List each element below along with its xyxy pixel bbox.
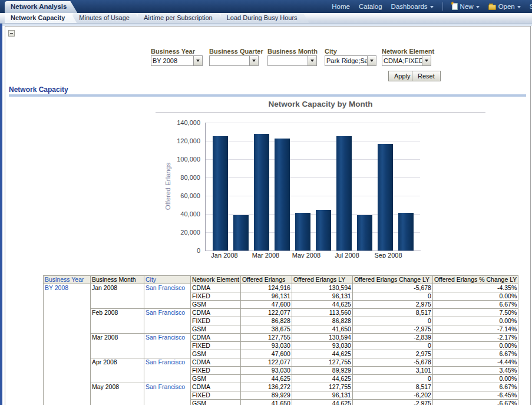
- dropdown-arrow-icon[interactable]: [367, 56, 376, 65]
- y-axis-tick-label: 40,000: [159, 210, 200, 218]
- chart-bar[interactable]: [213, 136, 228, 251]
- business-year-select[interactable]: BY 2008: [151, 55, 203, 66]
- chart-bar[interactable]: [295, 213, 310, 251]
- filter-label-network-element: Network Element: [382, 48, 434, 55]
- section-title: Network Capacity: [9, 85, 68, 94]
- cell-city[interactable]: San Francisco: [144, 383, 191, 405]
- chart-bar[interactable]: [233, 215, 249, 251]
- dropdown-arrow-icon[interactable]: [249, 56, 258, 65]
- results-table-wrap: Business YearBusiness MonthCityNetwork E…: [43, 275, 518, 405]
- cell-offered-erlangs-pct-change-ly: -6.67%: [432, 400, 518, 405]
- chart-bar[interactable]: [275, 139, 290, 251]
- tab-airtime-per-subscription[interactable]: Airtime per Subscription: [138, 13, 224, 23]
- nav-open[interactable]: Open: [488, 3, 521, 10]
- cell-offered-erlangs-change-ly: 2,975: [352, 350, 432, 358]
- tab-load-during-busy-hours[interactable]: Load During Busy Hours: [221, 13, 309, 23]
- cell-network-element: GSM: [191, 400, 241, 405]
- city-select[interactable]: Park Ridge;San: [325, 55, 376, 66]
- page-tab-bar: Network Capacity Minutes of Usage Airtim…: [0, 13, 532, 24]
- cell-offered-erlangs-pct-change-ly: -7.14%: [432, 325, 518, 334]
- cell-offered-erlangs-pct-change-ly: -6.45%: [432, 391, 518, 400]
- cell-offered-erlangs-change-ly: 0: [352, 317, 432, 325]
- dashboard-tab-network-analysis[interactable]: Network Analysis: [5, 1, 77, 13]
- table-row: Feb 2008San FranciscoCDMA122,077113,5608…: [44, 309, 518, 317]
- reset-button[interactable]: Reset: [412, 71, 441, 81]
- city-value: Park Ridge;San: [325, 57, 367, 64]
- nav-signed-in[interactable]: Si: [530, 3, 532, 10]
- cell-city[interactable]: San Francisco: [144, 309, 191, 334]
- nav-dashboards[interactable]: Dashboards: [391, 3, 434, 10]
- cell-business-month: Mar 2008: [91, 334, 144, 358]
- nav-catalog[interactable]: Catalog: [359, 3, 382, 10]
- nav-home[interactable]: Home: [332, 3, 350, 10]
- cell-offered-erlangs-pct-change-ly: 6.67%: [432, 383, 518, 391]
- cell-offered-erlangs: 124,916: [240, 284, 292, 292]
- gridline: [206, 141, 420, 141]
- dropdown-arrow-icon[interactable]: [308, 56, 316, 65]
- cell-offered-erlangs-pct-change-ly: -2.17%: [432, 334, 518, 342]
- cell-network-element: FIXED: [191, 367, 241, 375]
- tab-network-capacity[interactable]: Network Capacity: [5, 13, 77, 23]
- gridline: [206, 123, 420, 123]
- dropdown-arrow-icon[interactable]: [422, 56, 431, 65]
- cell-offered-erlangs-change-ly: 0: [352, 375, 432, 383]
- cell-offered-erlangs-change-ly: 0: [352, 292, 432, 301]
- network-element-select[interactable]: CDMA;FIXED;G: [382, 55, 431, 66]
- nav-new[interactable]: New: [452, 3, 480, 10]
- column-header: Offered Erlangs Change LY: [352, 276, 432, 284]
- y-axis-tick-label: 0: [159, 247, 200, 254]
- table-row: BY 2008Jan 2008San FranciscoCDMA124,9161…: [44, 284, 518, 292]
- cell-offered-erlangs-pct-change-ly: -4.35%: [432, 284, 518, 292]
- x-axis-tick-label: Mar 2008: [248, 252, 283, 258]
- chart-bar[interactable]: [316, 210, 331, 251]
- y-axis-line: [205, 123, 206, 251]
- dashboard-title: Network Analysis: [11, 3, 67, 10]
- cell-offered-erlangs-change-ly: -2,839: [352, 334, 432, 342]
- column-header[interactable]: Business Year: [44, 276, 91, 284]
- chart-bar[interactable]: [398, 213, 414, 251]
- y-axis-tick-label: 60,000: [159, 192, 200, 199]
- cell-business-year[interactable]: BY 2008: [44, 284, 91, 405]
- cell-network-element: CDMA: [191, 334, 241, 342]
- cell-network-element: GSM: [191, 325, 241, 334]
- cell-city[interactable]: San Francisco: [144, 334, 191, 358]
- cell-city[interactable]: San Francisco: [144, 284, 191, 309]
- chart-bar[interactable]: [336, 136, 352, 251]
- left-accent-strip: [0, 24, 2, 405]
- caret-down-icon: [517, 6, 521, 8]
- cell-offered-erlangs-ly: 44,625: [292, 350, 352, 358]
- filter-label-city: City: [325, 48, 337, 55]
- filter-label-business-quarter: Business Quarter: [209, 48, 263, 55]
- x-axis-tick-label: Jan 2008: [207, 252, 242, 258]
- nav-open-label: Open: [498, 3, 515, 10]
- cell-offered-erlangs-ly: 44,625: [292, 400, 352, 405]
- cell-offered-erlangs-pct-change-ly: 7.50%: [432, 309, 518, 317]
- column-header: Offered Erlangs % Change LY: [432, 276, 518, 284]
- tab-minutes-of-usage[interactable]: Minutes of Usage: [73, 13, 141, 23]
- table-row: Apr 2008San FranciscoCDMA122,077127,755-…: [44, 358, 518, 367]
- cell-offered-erlangs-pct-change-ly: 3.45%: [432, 367, 518, 375]
- dropdown-arrow-icon[interactable]: [193, 56, 202, 65]
- cell-offered-erlangs-pct-change-ly: 0.00%: [432, 317, 518, 325]
- cell-offered-erlangs: 89,929: [240, 391, 292, 400]
- cell-offered-erlangs-ly: 86,828: [292, 317, 352, 325]
- cell-offered-erlangs-ly: 41,650: [292, 325, 352, 334]
- chart-bar[interactable]: [254, 134, 269, 251]
- collapse-icon[interactable]: [8, 30, 15, 37]
- business-month-select[interactable]: [267, 55, 317, 66]
- table-row: Mar 2008San FranciscoCDMA127,755130,594-…: [44, 334, 518, 342]
- chart-bar[interactable]: [378, 144, 393, 251]
- cell-offered-erlangs-pct-change-ly: -4.44%: [432, 358, 518, 367]
- cell-network-element: CDMA: [191, 284, 241, 292]
- chart-bar[interactable]: [357, 215, 372, 251]
- cell-offered-erlangs: 93,030: [240, 342, 292, 350]
- cell-city[interactable]: San Francisco: [144, 358, 191, 383]
- column-header[interactable]: City: [144, 276, 191, 284]
- cell-business-month: Jan 2008: [91, 284, 144, 309]
- x-axis-tick-label: Sep 2008: [371, 252, 406, 258]
- cell-network-element: CDMA: [191, 383, 241, 391]
- business-quarter-select[interactable]: [209, 55, 259, 66]
- y-axis-tick-label: 120,000: [159, 137, 200, 144]
- new-page-icon: [452, 3, 458, 10]
- cell-offered-erlangs-ly: 130,594: [292, 334, 352, 342]
